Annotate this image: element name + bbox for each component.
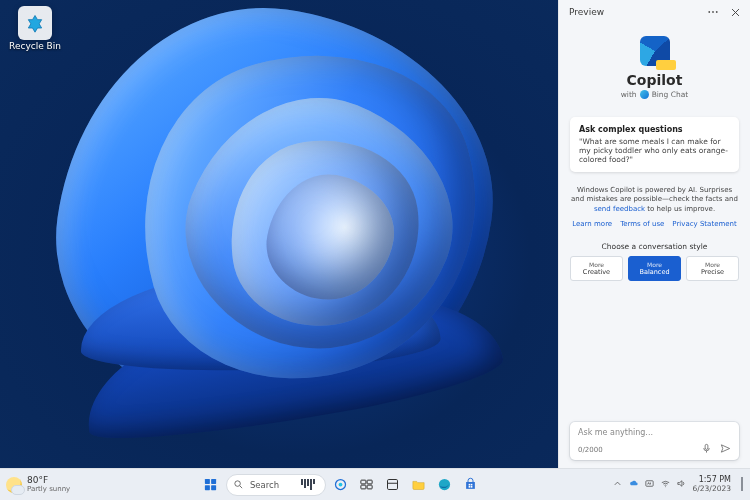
svg-rect-6 — [205, 485, 210, 490]
style-precise[interactable]: MorePrecise — [686, 256, 739, 281]
send-feedback-link[interactable]: send feedback — [594, 205, 645, 213]
terms-link[interactable]: Terms of use — [620, 220, 664, 228]
disclaimer-text: Windows Copilot is powered by AI. Surpri… — [570, 186, 739, 214]
close-button[interactable] — [728, 5, 742, 19]
search-highlight-icon — [301, 479, 315, 490]
learn-more-link[interactable]: Learn more — [572, 220, 612, 228]
search-icon — [233, 479, 244, 490]
svg-point-1 — [712, 11, 714, 13]
char-counter: 0/2000 — [578, 446, 603, 454]
file-explorer-button[interactable] — [408, 474, 430, 496]
svg-rect-5 — [212, 479, 217, 484]
svg-rect-11 — [361, 480, 366, 484]
privacy-link[interactable]: Privacy Statement — [672, 220, 736, 228]
taskbar-search-placeholder: Search — [250, 480, 279, 490]
svg-rect-3 — [705, 444, 708, 449]
svg-rect-15 — [388, 480, 398, 490]
panel-title: Preview — [569, 7, 604, 17]
copilot-logo-icon: PRE — [640, 36, 670, 66]
style-creative[interactable]: MoreCreative — [570, 256, 623, 281]
svg-point-16 — [439, 479, 450, 490]
svg-point-0 — [708, 11, 710, 13]
svg-point-22 — [665, 486, 666, 487]
onedrive-icon[interactable] — [628, 478, 639, 491]
style-header: Choose a conversation style — [570, 242, 739, 251]
notifications-button[interactable] — [741, 477, 744, 491]
pre-badge: PRE — [656, 60, 676, 70]
svg-rect-18 — [471, 484, 473, 486]
recycle-bin-icon — [18, 6, 52, 40]
svg-rect-13 — [361, 485, 366, 489]
weather-cond: Partly sunny — [27, 486, 70, 493]
wallpaper-bloom — [20, 0, 540, 468]
chat-input[interactable]: Ask me anything... 0/2000 — [570, 422, 739, 460]
example-card[interactable]: Ask complex questions "What are some mea… — [570, 117, 739, 172]
system-tray[interactable] — [612, 478, 687, 491]
more-button[interactable] — [706, 5, 720, 19]
taskbar-clock[interactable]: 1:57 PM 6/23/2023 — [693, 476, 731, 492]
volume-icon[interactable] — [676, 478, 687, 491]
taskbar-search[interactable]: Search — [226, 474, 326, 496]
svg-rect-14 — [368, 485, 373, 489]
svg-point-10 — [339, 483, 343, 487]
edge-button[interactable] — [434, 474, 456, 496]
mic-icon[interactable] — [701, 443, 712, 456]
svg-rect-21 — [645, 481, 652, 487]
style-balanced[interactable]: MoreBalanced — [628, 256, 681, 281]
copilot-taskbar-button[interactable] — [330, 474, 352, 496]
svg-point-2 — [716, 11, 718, 13]
send-icon[interactable] — [720, 443, 731, 456]
copilot-title: Copilot — [570, 72, 739, 88]
svg-rect-19 — [469, 486, 471, 488]
svg-rect-4 — [205, 479, 210, 484]
example-card-title: Ask complex questions — [579, 125, 730, 134]
svg-rect-17 — [469, 484, 471, 486]
language-icon[interactable] — [644, 478, 655, 491]
bing-icon — [640, 90, 649, 99]
start-button[interactable] — [200, 474, 222, 496]
weather-icon — [6, 477, 22, 493]
svg-rect-7 — [212, 485, 217, 490]
copilot-panel: Preview PRE Copilot with Bing Chat Ask c… — [558, 0, 750, 468]
copilot-subtitle: with Bing Chat — [570, 90, 739, 99]
chat-input-placeholder: Ask me anything... — [578, 428, 731, 437]
example-card-text: "What are some meals I can make for my p… — [579, 137, 730, 164]
task-view-button[interactable] — [356, 474, 378, 496]
svg-rect-12 — [368, 480, 373, 484]
recycle-bin[interactable]: Recycle Bin — [6, 6, 64, 51]
store-button[interactable] — [460, 474, 482, 496]
chevron-up-icon[interactable] — [612, 478, 623, 491]
wifi-icon[interactable] — [660, 478, 671, 491]
svg-rect-20 — [471, 486, 473, 488]
recycle-bin-label: Recycle Bin — [6, 42, 64, 51]
weather-widget[interactable]: 80°F Partly sunny — [6, 476, 70, 493]
widgets-button[interactable] — [382, 474, 404, 496]
style-options: MoreCreative MoreBalanced MorePrecise — [570, 256, 739, 281]
svg-point-8 — [235, 481, 241, 487]
taskbar: 80°F Partly sunny Search — [0, 468, 750, 500]
